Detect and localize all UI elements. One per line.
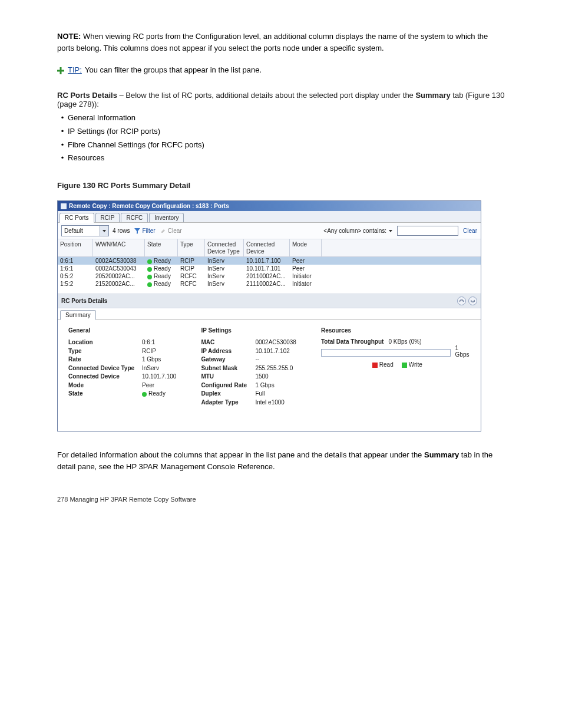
ip-heading: IP Settings (201, 327, 296, 334)
grid-body: 0:6:10002AC530038ReadyRCIPInServ10.101.7… (58, 257, 481, 288)
table-row[interactable]: 0:5:220520002AC...ReadyRCFCInServ2011000… (58, 272, 481, 280)
detail-row: Configured Rate1 Gbps (201, 381, 296, 390)
detail-row: ModePeer (68, 381, 176, 390)
detail-row: IP Address10.101.7.102 (201, 347, 296, 356)
grid-header: Position WWN/MAC State Type Connected De… (58, 239, 481, 257)
bullet-item: •Resources (57, 152, 505, 164)
tab-summary[interactable]: Summary (60, 310, 96, 320)
resources-heading: Resources (321, 327, 474, 334)
view-combo-value: Default (62, 228, 100, 234)
detail-tabs: Summary (58, 308, 481, 320)
throughput-gauge (321, 349, 451, 357)
figure-caption: Figure 130 RC Ports Summary Detail (57, 181, 505, 190)
search-input[interactable] (397, 226, 458, 236)
detail-row: MAC0002AC530038 (201, 338, 296, 347)
detail-row: Connected Device TypeInServ (68, 364, 176, 373)
col-wwnmac[interactable]: WWN/MAC (93, 239, 145, 256)
window-titlebar: Remote Copy : Remote Copy Configuration … (58, 201, 481, 211)
detail-row: Location0:6:1 (68, 338, 176, 347)
details-panel: General Location0:6:1TypeRCIPRate1 GbpsC… (58, 320, 481, 431)
detail-row: TypeRCIP (68, 347, 176, 356)
detail-row: Rate1 Gbps (68, 355, 176, 364)
col-conndevtype[interactable]: Connected Device Type (205, 239, 244, 256)
main-tabs: RC Ports RCIP RCFC Inventory (58, 211, 481, 223)
view-combo[interactable]: Default (61, 225, 109, 236)
tab-rcip[interactable]: RCIP (95, 213, 120, 222)
search-clear-link[interactable]: Clear (463, 228, 477, 234)
row-count: 4 rows (113, 228, 130, 234)
eraser-icon (160, 228, 166, 234)
section-text-2: tab (451, 91, 465, 100)
bullet-item: •Fibre Channel Settings (for RCFC ports) (57, 139, 505, 151)
app-window: Remote Copy : Remote Copy Configuration … (57, 200, 481, 431)
general-section: General Location0:6:1TypeRCIPRate1 GbpsC… (68, 327, 176, 416)
legend-swatch-write (402, 363, 407, 368)
throughput-value: 0 KBps (0%) (388, 338, 421, 345)
table-row[interactable]: 0:6:10002AC530038ReadyRCIPInServ10.101.7… (58, 257, 481, 265)
note-paragraph: NOTE: When viewing RC ports from the Con… (57, 31, 505, 54)
col-type[interactable]: Type (178, 239, 205, 256)
section-lead: RC Ports Details (57, 91, 117, 100)
section-text-3: : (97, 100, 99, 108)
col-conndev[interactable]: Connected Device (244, 239, 290, 256)
filter-link[interactable]: Filter (134, 228, 155, 234)
clear-link[interactable]: Clear (160, 228, 182, 234)
tab-inventory[interactable]: Inventory (149, 213, 184, 222)
detail-row: Subnet Mask255.255.255.0 (201, 364, 296, 373)
section-text-1: – Below the list of RC ports, additional… (117, 91, 416, 100)
detail-row: Adapter TypeIntel e1000 (201, 398, 296, 407)
page-number: 278 Managing HP 3PAR Remote Copy Softwar… (57, 496, 505, 503)
gauge-max: 1 Gbps (455, 345, 474, 358)
bullet-item: •General Information (57, 112, 505, 124)
resources-section: Resources Total Data Throughput 0 KBps (… (321, 327, 474, 416)
search-label: <Any column> contains: (323, 228, 386, 234)
details-title: RC Ports Details (61, 298, 107, 304)
ip-section: IP Settings MAC0002AC530038IP Address10.… (201, 327, 296, 416)
chevron-down-icon[interactable] (389, 230, 392, 232)
detail-row: Connected Device10.101.7.100 (68, 373, 176, 381)
tip-link[interactable]: TIP: (68, 65, 82, 74)
footer-paragraph: For detailed information about the colum… (57, 449, 505, 472)
col-position[interactable]: Position (58, 239, 93, 256)
section-heading: RC Ports Details – Below the list of RC … (57, 91, 505, 108)
note-lead: NOTE: (57, 32, 81, 41)
table-row[interactable]: 1:6:10002AC530043ReadyRCIPInServ10.101.7… (58, 265, 481, 272)
general-heading: General (68, 327, 176, 334)
collapse-down-icon[interactable] (468, 297, 477, 305)
legend-read: Read (379, 361, 394, 368)
window-icon (60, 203, 67, 210)
table-row[interactable]: 1:5:221520002AC...ReadyRCFCInServ2111000… (58, 280, 481, 288)
chevron-down-icon[interactable] (100, 226, 108, 236)
tip-line: TIP: You can filter the groups that appe… (57, 65, 505, 74)
tip-text: You can filter the groups that appear in… (85, 65, 262, 74)
legend-swatch-read (372, 363, 378, 368)
plus-icon (57, 67, 64, 74)
throughput-label: Total Data Throughput (321, 338, 384, 345)
col-mode[interactable]: Mode (290, 239, 322, 256)
legend-write: Write (409, 361, 422, 368)
collapse-up-icon[interactable] (457, 297, 466, 305)
detail-row: DuplexFull (201, 390, 296, 398)
throughput-legend: Read Write (321, 361, 474, 368)
detail-row: StateReady (68, 390, 176, 398)
details-header: RC Ports Details (58, 294, 481, 308)
bullet-item: •IP Settings (for RCIP ports) (57, 126, 505, 138)
tab-rcports[interactable]: RC Ports (59, 213, 94, 223)
funnel-icon (134, 228, 140, 234)
tab-rcfc[interactable]: RCFC (121, 213, 148, 222)
window-title: Remote Copy : Remote Copy Configuration … (69, 203, 229, 209)
detail-row: MTU1500 (201, 373, 296, 381)
note-text: When viewing RC ports from the Configura… (57, 32, 488, 52)
detail-row: Gateway-- (201, 355, 296, 364)
toolbar: Default 4 rows Filter Clear <Any column>… (58, 223, 481, 239)
svg-rect-1 (57, 70, 64, 72)
col-state[interactable]: State (145, 239, 178, 256)
section-tabname: Summary (415, 91, 450, 100)
